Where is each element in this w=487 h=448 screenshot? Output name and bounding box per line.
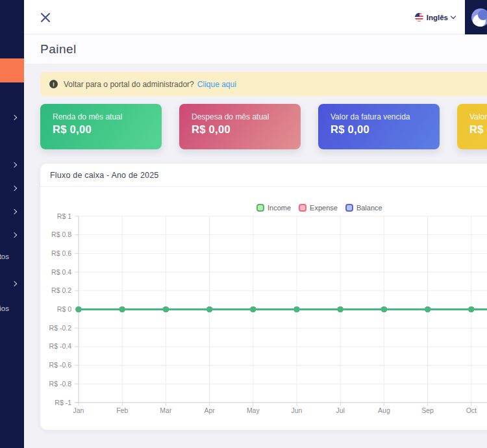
language-selector[interactable]: Inglês bbox=[415, 0, 455, 34]
title-section: Painel bbox=[24, 34, 487, 64]
avatar[interactable] bbox=[471, 8, 487, 27]
svg-text:Jul: Jul bbox=[336, 406, 344, 414]
sidebar-active-item-highlight[interactable] bbox=[0, 58, 24, 82]
data-point[interactable] bbox=[206, 306, 212, 312]
legend-item[interactable]: Balance bbox=[345, 204, 382, 212]
data-point[interactable] bbox=[76, 306, 82, 312]
stat-card-value: R$ 0,00 bbox=[53, 123, 162, 136]
svg-text:R$ 1: R$ 1 bbox=[57, 212, 71, 220]
data-point[interactable] bbox=[425, 306, 431, 312]
legend-label: Income bbox=[268, 204, 291, 212]
chart-header: Fluxo de caixa - Ano de 2025 bbox=[40, 164, 487, 187]
sidebar: stos cios bbox=[0, 0, 24, 448]
svg-text:R$ 0.4: R$ 0.4 bbox=[51, 268, 71, 276]
chevron-right-icon[interactable] bbox=[12, 162, 17, 168]
page-title: Painel bbox=[40, 42, 77, 56]
chart-title: Fluxo de caixa - Ano de 2025 bbox=[50, 171, 159, 180]
stat-card-label: Despesa do mês atual bbox=[192, 112, 301, 121]
svg-text:R$ -0.8: R$ -0.8 bbox=[49, 380, 72, 388]
svg-text:R$ -1: R$ -1 bbox=[55, 399, 71, 406]
svg-text:Sep: Sep bbox=[421, 406, 434, 414]
svg-text:R$ -0.6: R$ -0.6 bbox=[49, 361, 72, 369]
avatar-block bbox=[465, 0, 487, 34]
legend-swatch bbox=[256, 204, 264, 212]
sidebar-item-label[interactable]: stos bbox=[0, 253, 9, 260]
legend-label: Balance bbox=[356, 204, 382, 212]
data-point[interactable] bbox=[250, 306, 256, 312]
topbar: Inglês bbox=[24, 0, 487, 34]
svg-text:May: May bbox=[247, 406, 260, 414]
svg-text:Apr: Apr bbox=[204, 406, 215, 414]
stat-card-value: R$ 0,00 bbox=[192, 123, 301, 136]
dashboard-screen: stos cios Inglês Painel ! Voltar para o … bbox=[0, 0, 487, 448]
svg-text:R$ 0.8: R$ 0.8 bbox=[51, 230, 71, 238]
svg-text:Aug: Aug bbox=[378, 406, 390, 414]
legend-label: Expense bbox=[310, 204, 338, 212]
data-point[interactable] bbox=[468, 306, 474, 312]
stat-card-value: R$ 0,00 bbox=[331, 123, 440, 136]
exclamation-circle-icon: ! bbox=[49, 80, 58, 88]
stat-card-label: Renda do mês atual bbox=[53, 112, 162, 121]
chevron-down-icon bbox=[451, 13, 456, 18]
stat-card-label: Valor da fatura vencida bbox=[331, 112, 440, 121]
data-point[interactable] bbox=[163, 306, 169, 312]
banner-link[interactable]: Clique aqui bbox=[197, 80, 236, 89]
svg-text:R$ 0.2: R$ 0.2 bbox=[51, 286, 71, 294]
legend-swatch bbox=[345, 204, 353, 212]
stat-card-label: Valor bbox=[469, 112, 487, 121]
svg-text:Jun: Jun bbox=[292, 406, 303, 414]
svg-text:Feb: Feb bbox=[116, 406, 128, 414]
stat-card: ValorR$ 0,00 bbox=[457, 104, 487, 149]
data-point[interactable] bbox=[381, 306, 387, 312]
language-label: Inglês bbox=[427, 14, 448, 21]
data-point[interactable] bbox=[338, 306, 343, 312]
stat-card: Renda do mês atualR$ 0,00 bbox=[40, 104, 162, 149]
sidebar-item-label[interactable]: cios bbox=[0, 305, 9, 312]
cashflow-card: R$ 1R$ 0.8R$ 0.6R$ 0.4R$ 0.2R$ 0R$ -0.2R… bbox=[40, 164, 487, 430]
stat-card: Despesa do mês atualR$ 0,00 bbox=[179, 104, 301, 149]
svg-text:R$ -0.4: R$ -0.4 bbox=[49, 342, 72, 350]
stat-card: Valor da fatura vencidaR$ 0,00 bbox=[318, 104, 440, 149]
data-point[interactable] bbox=[119, 306, 125, 312]
close-sidebar-icon[interactable] bbox=[40, 12, 51, 23]
banner-text: Voltar para o portal do administrador? bbox=[64, 80, 194, 89]
chevron-right-icon[interactable] bbox=[12, 281, 17, 286]
chevron-right-icon[interactable] bbox=[12, 115, 17, 120]
legend-item[interactable]: Income bbox=[256, 204, 291, 212]
svg-text:R$ 0: R$ 0 bbox=[57, 305, 71, 313]
svg-text:Oct: Oct bbox=[466, 406, 477, 414]
svg-text:R$ -0.2: R$ -0.2 bbox=[49, 324, 72, 332]
us-flag-icon bbox=[415, 13, 423, 21]
stat-card-value: R$ 0,00 bbox=[469, 123, 487, 136]
data-point[interactable] bbox=[294, 306, 300, 312]
chart-legend: IncomeExpenseBalance bbox=[256, 204, 382, 212]
legend-item[interactable]: Expense bbox=[299, 204, 338, 212]
svg-text:R$ 0.6: R$ 0.6 bbox=[51, 249, 71, 257]
svg-text:Jan: Jan bbox=[73, 406, 84, 414]
chevron-right-icon[interactable] bbox=[12, 232, 17, 238]
admin-portal-banner: ! Voltar para o portal do administrador?… bbox=[40, 72, 487, 96]
chevron-right-icon[interactable] bbox=[12, 186, 17, 191]
svg-text:Mar: Mar bbox=[160, 406, 172, 414]
chevron-right-icon[interactable] bbox=[12, 209, 17, 214]
legend-swatch bbox=[299, 204, 306, 212]
